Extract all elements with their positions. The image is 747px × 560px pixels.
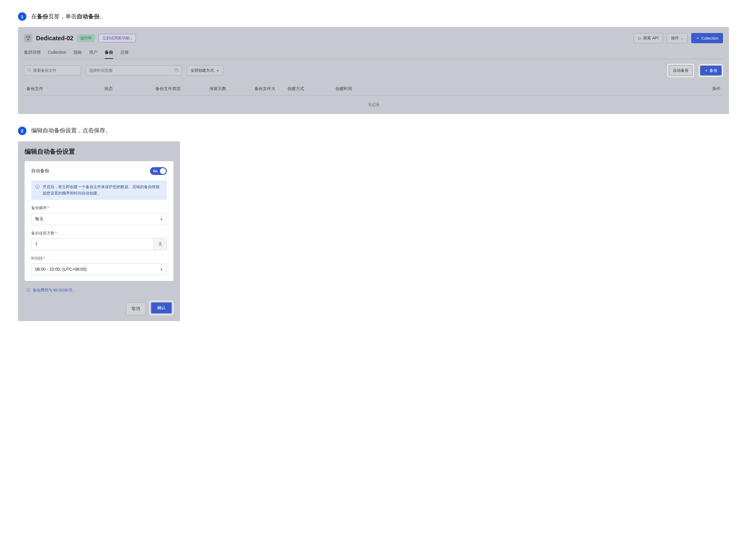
step-1-number: 1 <box>18 12 26 21</box>
modal-title: 编辑自动备份设置 <box>25 147 173 156</box>
th-file: 备份文件 <box>26 86 104 92</box>
th-status: 状态 <box>104 86 155 92</box>
tab-metrics[interactable]: 指标 <box>74 50 82 59</box>
svg-point-1 <box>29 36 30 37</box>
th-days: 保留天数 <box>209 86 254 92</box>
auto-backup-toggle-row: 自动备份 On <box>31 167 167 175</box>
chevron-down-icon: ⌄ <box>681 36 683 40</box>
caret-down-icon: ▼ <box>160 268 163 271</box>
svg-point-0 <box>26 36 28 37</box>
cancel-button[interactable]: 取消 <box>126 303 146 315</box>
info-banner: ⓘ 开启后，将立即创建一个备份文件来保护您的数据。后续的备份将根据您设置的频率和… <box>31 180 167 200</box>
svg-point-3 <box>28 69 30 71</box>
step-2-header: 2 编辑自动备份设置，点击保存。 <box>18 126 729 135</box>
frequency-select[interactable]: 每天 ▼ <box>31 213 167 225</box>
tabs-row: 集群详情 Collection 指标 用户 备份 迁移 <box>24 50 723 59</box>
toggle-label: 自动备份 <box>31 168 49 174</box>
retention-unit: 天 <box>154 238 167 250</box>
tab-backup[interactable]: 备份 <box>105 50 113 59</box>
timewindow-group: 时间段* 08:00 - 10:00, (UTC+08:00) ▼ <box>31 256 167 275</box>
step-2-number: 2 <box>18 127 26 135</box>
create-backup-button[interactable]: ＋ 备份 <box>700 66 721 75</box>
plus-icon: ＋ <box>704 68 708 73</box>
th-size: 备份文件大 <box>254 86 287 92</box>
plus-icon: ＋ <box>696 35 700 41</box>
info-icon: ⓘ <box>26 287 30 293</box>
th-time: 创建时间 <box>335 86 380 92</box>
auto-backup-highlight: 自动备份 <box>668 64 694 77</box>
auto-backup-toggle[interactable]: On <box>150 167 167 175</box>
step-1-text: 在备份页签，单击自动备份。 <box>31 12 105 21</box>
chevron-right-icon: › <box>131 36 132 41</box>
retention-input[interactable] <box>31 238 154 250</box>
date-range-input[interactable]: 选择时间范围 <box>86 66 182 76</box>
toggle-state-text: On <box>153 169 157 173</box>
retention-label: 备份保留天数* <box>31 230 167 236</box>
modal-actions: 取消 确认 <box>25 301 173 315</box>
price-note: ⓘ 备份费用为 ¥0.5/GB/月。 <box>25 283 173 295</box>
svg-rect-5 <box>175 69 178 72</box>
backup-highlight: ＋ 备份 <box>699 64 723 77</box>
caret-down-icon: ▼ <box>216 69 219 72</box>
no-records-text: 无记录 <box>24 96 723 114</box>
calendar-icon <box>174 68 179 73</box>
timewindow-select[interactable]: 08:00 - 10:00, (UTC+08:00) ▼ <box>31 263 167 275</box>
toggle-knob <box>160 168 166 174</box>
step-2-text: 编辑自动备份设置，点击保存。 <box>31 126 111 135</box>
cluster-icon <box>24 34 32 42</box>
tab-migration[interactable]: 迁移 <box>120 50 129 59</box>
confirm-highlight: 确认 <box>149 301 173 315</box>
info-icon: ⓘ <box>35 184 40 197</box>
edit-auto-backup-modal: 编辑自动备份设置 自动备份 On ⓘ 开启后，将立即创建一个备份文件来保护您的数… <box>18 141 180 322</box>
info-text: 开启后，将立即创建一个备份文件来保护您的数据。后续的备份将根据您设置的频率和时间… <box>43 184 162 197</box>
th-type: 备份文件类型 <box>155 86 209 92</box>
explore-api-button[interactable]: ▷ 探索 API <box>634 33 663 43</box>
th-method: 创建方式 <box>287 86 335 92</box>
caret-down-icon: ▼ <box>160 218 163 221</box>
screenshot-backup-tab: Dedicated-02 运行中 立刻试用新功能 › ▷ 探索 API 操作 ⌄… <box>18 27 729 114</box>
search-icon <box>27 68 31 73</box>
creation-method-select[interactable]: 全部创建方式 ▼ <box>187 66 223 76</box>
table-header-row: 备份文件 状态 备份文件类型 保留天数 备份文件大 创建方式 创建时间 操作 <box>24 82 723 96</box>
svg-point-2 <box>28 39 29 40</box>
tab-users[interactable]: 用户 <box>89 50 98 59</box>
frequency-label: 备份频率* <box>31 205 167 211</box>
tab-cluster-details[interactable]: 集群详情 <box>24 50 41 59</box>
try-feature-badge[interactable]: 立刻试用新功能 › <box>98 34 136 42</box>
ops-dropdown-button[interactable]: 操作 ⌄ <box>667 33 688 43</box>
search-input[interactable]: 搜索备份文件 <box>24 66 81 76</box>
svg-line-4 <box>30 71 31 72</box>
add-collection-button[interactable]: ＋ Collection <box>691 33 723 43</box>
th-ops: 操作 <box>380 86 721 92</box>
timewindow-label: 时间段* <box>31 256 167 261</box>
filter-row: 搜索备份文件 选择时间范围 全部创建方式 ▼ 自动备份 ＋ 备份 <box>24 64 723 77</box>
tab-collection[interactable]: Collection <box>48 50 66 59</box>
retention-group: 备份保留天数* 天 <box>31 230 167 250</box>
confirm-button[interactable]: 确认 <box>151 303 172 313</box>
modal-form-card: 自动备份 On ⓘ 开启后，将立即创建一个备份文件来保护您的数据。后续的备份将根… <box>25 161 173 281</box>
status-badge: 运行中 <box>77 34 95 42</box>
cluster-title-row: Dedicated-02 运行中 立刻试用新功能 › ▷ 探索 API 操作 ⌄… <box>24 33 723 43</box>
cluster-name: Dedicated-02 <box>36 35 74 42</box>
play-icon: ▷ <box>638 36 641 41</box>
frequency-group: 备份频率* 每天 ▼ <box>31 205 167 225</box>
step-1-header: 1 在备份页签，单击自动备份。 <box>18 12 729 21</box>
auto-backup-button[interactable]: 自动备份 <box>669 66 692 76</box>
